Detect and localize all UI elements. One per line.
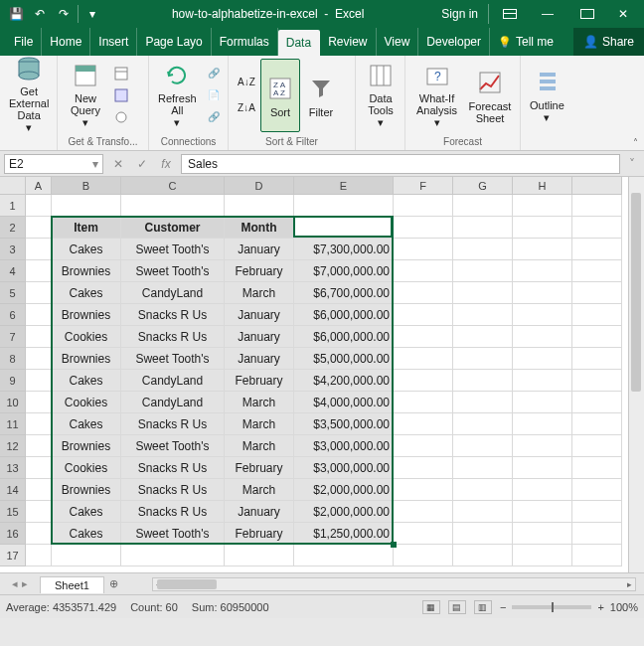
ribbon-options-icon[interactable] [493,4,527,24]
from-table-icon[interactable] [111,85,131,105]
empty-cell[interactable] [26,457,52,479]
empty-cell[interactable] [453,479,513,501]
select-all-corner[interactable] [0,177,26,195]
edit-links-icon[interactable]: 🔗 [204,107,224,127]
data-tools-button[interactable]: Data Tools ▾ [360,59,402,132]
data-cell[interactable]: Brownies [52,435,121,457]
vertical-scrollbar[interactable] [628,177,644,572]
data-cell[interactable]: Brownies [52,304,121,326]
tab-data[interactable]: Data [278,30,320,56]
empty-cell[interactable] [572,457,622,479]
data-cell[interactable]: Brownies [52,348,121,370]
empty-cell[interactable] [394,282,453,304]
empty-cell[interactable] [394,545,453,566]
column-header[interactable]: D [225,177,294,195]
data-cell[interactable]: $2,000,000.00 [294,501,394,523]
row-header[interactable]: 4 [0,260,26,282]
data-cell[interactable]: Sweet Tooth's [121,239,225,260]
data-cell[interactable]: $6,000,000.00 [294,326,394,348]
empty-cell[interactable] [394,217,453,239]
data-cell[interactable]: Sweet Tooth's [121,260,225,282]
empty-cell[interactable] [513,260,572,282]
data-cell[interactable]: Cookies [52,326,121,348]
data-cell[interactable]: $3,000,000.00 [294,435,394,457]
row-header[interactable]: 12 [0,435,26,457]
qat-customize-icon[interactable]: ▾ [82,4,102,24]
empty-cell[interactable] [453,545,513,566]
empty-cell[interactable] [513,348,572,370]
data-cell[interactable]: $7,300,000.00 [294,239,394,260]
empty-cell[interactable] [394,326,453,348]
data-cell[interactable]: $4,200,000.00 [294,370,394,392]
page-layout-view-icon[interactable]: ▤ [448,600,466,614]
data-cell[interactable]: Snacks R Us [121,326,225,348]
column-header[interactable]: G [453,177,513,195]
tab-insert[interactable]: Insert [90,28,137,56]
tab-home[interactable]: Home [42,28,90,56]
minimize-icon[interactable]: — [531,4,564,24]
empty-cell[interactable] [572,501,622,523]
horizontal-scrollbar[interactable]: ◂▸ [152,577,636,591]
empty-cell[interactable] [26,304,52,326]
empty-cell[interactable] [52,195,121,217]
redo-icon[interactable]: ↷ [54,4,74,24]
enter-entry-icon[interactable]: ✓ [131,154,153,174]
formula-bar[interactable]: Sales [181,154,620,174]
zoom-control[interactable]: −+ 100% [500,601,638,613]
data-cell[interactable]: Brownies [52,260,121,282]
empty-cell[interactable] [453,304,513,326]
empty-cell[interactable] [572,282,622,304]
empty-cell[interactable] [572,370,622,392]
properties-icon[interactable]: 📄 [204,85,224,105]
row-header[interactable]: 15 [0,501,26,523]
empty-cell[interactable] [513,479,572,501]
tab-view[interactable]: View [377,28,419,56]
empty-cell[interactable] [26,479,52,501]
data-cell[interactable]: Cakes [52,370,121,392]
data-cell[interactable]: CandyLand [121,370,225,392]
empty-cell[interactable] [513,239,572,260]
empty-cell[interactable] [453,239,513,260]
empty-cell[interactable] [513,195,572,217]
empty-cell[interactable] [572,479,622,501]
sheet-nav[interactable]: ◂ ▸ [0,577,40,590]
data-cell[interactable]: Cakes [52,501,121,523]
data-cell[interactable]: January [225,326,294,348]
empty-cell[interactable] [294,545,394,566]
empty-cell[interactable] [394,260,453,282]
recent-sources-icon[interactable] [111,107,131,127]
empty-cell[interactable] [26,545,52,566]
empty-cell[interactable] [453,501,513,523]
data-cell[interactable]: $1,250,000.00 [294,523,394,545]
column-header[interactable]: F [394,177,453,195]
data-cell[interactable]: Cakes [52,413,121,435]
data-cell[interactable]: Sweet Tooth's [121,435,225,457]
column-header[interactable]: C [121,177,225,195]
column-header[interactable]: B [52,177,121,195]
data-cell[interactable]: January [225,348,294,370]
empty-cell[interactable] [121,195,225,217]
data-cell[interactable]: Customer [121,217,225,239]
empty-cell[interactable] [513,326,572,348]
data-cell[interactable]: Snacks R Us [121,304,225,326]
empty-cell[interactable] [453,413,513,435]
cancel-entry-icon[interactable]: ✕ [107,154,129,174]
empty-cell[interactable] [572,348,622,370]
empty-cell[interactable] [394,413,453,435]
collapse-ribbon-icon[interactable]: ˄ [633,137,638,148]
normal-view-icon[interactable]: ▦ [422,600,440,614]
data-cell[interactable]: March [225,392,294,413]
empty-cell[interactable] [513,370,572,392]
empty-cell[interactable] [453,326,513,348]
data-cell[interactable]: February [225,523,294,545]
row-header[interactable]: 1 [0,195,26,217]
empty-cell[interactable] [572,304,622,326]
sort-asc-icon[interactable]: A↓Z [235,71,258,94]
data-cell[interactable]: January [225,239,294,260]
data-cell[interactable]: $6,000,000.00 [294,304,394,326]
empty-cell[interactable] [453,348,513,370]
empty-cell[interactable] [26,239,52,260]
empty-cell[interactable] [394,239,453,260]
empty-cell[interactable] [453,260,513,282]
tab-formulas[interactable]: Formulas [212,28,278,56]
